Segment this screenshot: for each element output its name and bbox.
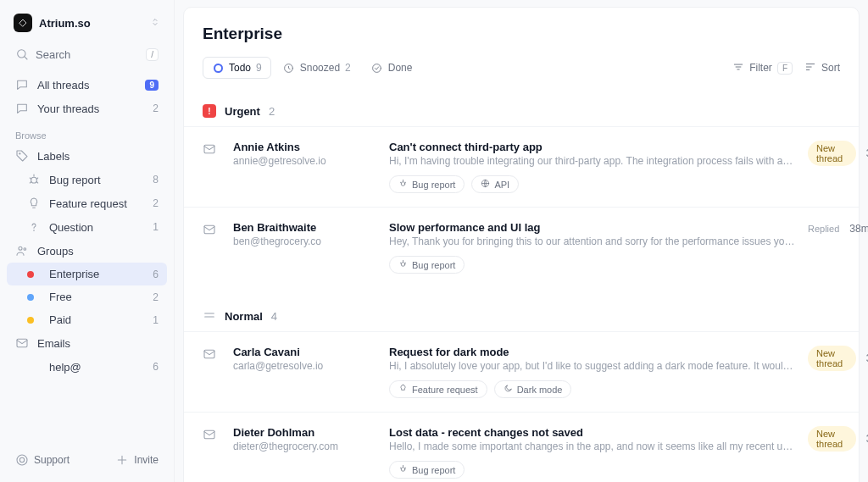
thread-subject: Lost data - recent changes not saved: [389, 426, 796, 439]
sidebar-label-question[interactable]: Question 1: [7, 215, 167, 239]
nav-label: Emails: [37, 337, 70, 350]
todo-icon: [212, 62, 224, 74]
thread-preview: Hey, Thank you for bringing this to our …: [389, 235, 796, 247]
brand-logo-icon: [14, 14, 32, 32]
snoozed-icon: [283, 62, 295, 74]
invite-button[interactable]: Invite: [115, 453, 159, 467]
sidebar-label-feature request[interactable]: Feature request 2: [7, 191, 167, 215]
nav-count: 1: [153, 221, 159, 233]
bug-icon: [398, 464, 408, 475]
nav-count: 2: [153, 291, 159, 303]
tag-bug report[interactable]: Bug report: [389, 175, 465, 193]
svg-point-8: [19, 457, 24, 462]
group-count: 4: [271, 310, 277, 323]
sidebar-group-free[interactable]: Free 2: [7, 285, 167, 308]
section-browse: Browse: [7, 120, 167, 144]
tag-bug report[interactable]: Bug report: [389, 461, 465, 479]
main: Enterprise Todo 9 Snoozed 2 Done: [175, 0, 868, 482]
nav-label: Bug report: [49, 174, 101, 186]
chat-icon: [15, 102, 29, 115]
search-button[interactable]: Search /: [7, 42, 167, 66]
mail-icon: [15, 336, 29, 350]
plus-icon: [115, 453, 129, 467]
svg-point-5: [24, 248, 26, 251]
tab-todo[interactable]: Todo 9: [203, 57, 271, 79]
svg-point-7: [17, 455, 27, 465]
sidebar: Atrium.so Search / All threads 9 Your th: [0, 0, 175, 482]
sender-email: carla@getresolve.io: [233, 360, 377, 372]
tag-feature request[interactable]: Feature request: [389, 380, 487, 398]
nav-all-threads[interactable]: All threads 9: [7, 73, 167, 97]
chevron-updown-icon: [150, 16, 160, 30]
sender-email: dieter@thegrocery.com: [233, 440, 377, 452]
thread-row[interactable]: Carla Cavani carla@getresolve.io Request…: [184, 331, 859, 412]
group-header-normal: Normal 4: [184, 287, 859, 331]
label-icon: [27, 220, 41, 234]
tag-icon: [15, 149, 29, 163]
invite-label: Invite: [134, 454, 159, 466]
svg-point-12: [401, 182, 405, 186]
svg-point-1: [19, 153, 20, 154]
nav-label: Groups: [37, 245, 74, 258]
nav-groups[interactable]: Groups: [7, 239, 167, 263]
svg-rect-14: [204, 225, 214, 233]
tab-snoozed[interactable]: Snoozed 2: [275, 57, 359, 79]
tag-label: API: [494, 180, 509, 190]
tab-label: Snoozed: [300, 62, 340, 74]
label-icon: [27, 173, 41, 186]
nav-count: 1: [153, 314, 159, 326]
support-button[interactable]: Support: [15, 453, 70, 467]
tag-label: Feature request: [412, 385, 478, 395]
status-replied: Replied: [808, 224, 839, 234]
nav-label: help@: [49, 361, 81, 374]
nav-count: 6: [153, 361, 159, 373]
tab-done[interactable]: Done: [363, 57, 421, 79]
page-title: Enterprise: [184, 25, 859, 57]
globe-icon: [481, 179, 490, 190]
svg-rect-6: [17, 339, 27, 346]
thread-preview: Hello, I made some important changes in …: [389, 440, 796, 452]
sender-name: Annie Atkins: [233, 141, 377, 153]
tag-bug report[interactable]: Bug report: [389, 256, 465, 274]
sidebar-label-bug report[interactable]: Bug report 8: [7, 168, 167, 191]
urgent-icon: !: [203, 104, 216, 118]
nav-label: Free: [49, 291, 72, 303]
thread-time: 38m: [849, 223, 868, 235]
sidebar-email-help[interactable]: help@ 6: [7, 355, 167, 379]
tag-dark mode[interactable]: Dark mode: [494, 380, 572, 398]
thread-row[interactable]: Dieter Dohlman dieter@thegrocery.com Los…: [184, 412, 859, 482]
thread-preview: Hi, I'm having trouble integrating our t…: [389, 155, 796, 167]
workspace-switcher[interactable]: Atrium.so: [7, 10, 167, 42]
thread-row[interactable]: Annie Atkins annie@getresolve.io Can't c…: [184, 126, 859, 207]
mail-icon: [203, 346, 221, 363]
mail-icon: [203, 426, 221, 444]
done-icon: [371, 62, 383, 74]
nav-label: All threads: [37, 79, 89, 91]
nav-emails[interactable]: Emails: [7, 331, 167, 355]
brand-name: Atrium.so: [39, 17, 91, 30]
tab-count: 2: [345, 62, 351, 74]
users-icon: [15, 244, 29, 258]
mail-icon: [203, 221, 221, 239]
tab-count: 9: [256, 62, 262, 74]
tag-api[interactable]: API: [471, 175, 519, 193]
tag-label: Bug report: [412, 465, 455, 475]
nav-label: Question: [49, 221, 93, 234]
filter-button[interactable]: Filter F: [732, 61, 793, 75]
sort-button[interactable]: Sort: [804, 61, 840, 75]
nav-labels[interactable]: Labels: [7, 144, 167, 168]
svg-point-18: [401, 468, 405, 472]
nav-your-threads[interactable]: Your threads 2: [7, 97, 167, 120]
group-dot-icon: [27, 294, 34, 301]
mail-icon: [203, 141, 221, 158]
group-dot-icon: [27, 271, 34, 278]
sender-name: Dieter Dohlman: [233, 426, 377, 439]
thread-row[interactable]: Ben Braithwaite ben@thegrocery.co Slow p…: [184, 207, 859, 287]
sender-name: Ben Braithwaite: [233, 221, 377, 234]
nav-label: Feature request: [49, 197, 127, 210]
sidebar-group-enterprise[interactable]: Enterprise 6: [7, 263, 167, 285]
sidebar-group-paid[interactable]: Paid 1: [7, 308, 167, 331]
svg-rect-11: [204, 145, 214, 152]
chat-icon: [15, 78, 29, 91]
nav-count: 2: [153, 102, 159, 114]
